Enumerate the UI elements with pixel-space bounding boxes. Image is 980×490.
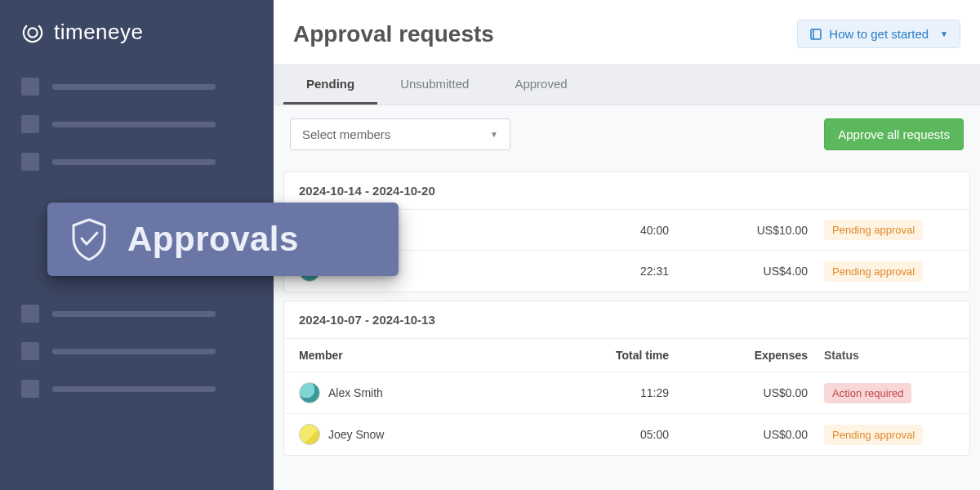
- group-date-range: 2024-10-07 - 2024-10-13: [284, 301, 969, 339]
- table-row[interactable]: Alex Smith 11:29 US$0.00 Action required: [284, 372, 969, 414]
- brand-logo: timeneye: [21, 20, 252, 45]
- tab-pending[interactable]: Pending: [283, 65, 377, 105]
- status-badge: Pending approval: [824, 261, 923, 282]
- approve-all-button[interactable]: Approve all requests: [824, 118, 964, 150]
- help-label: How to get started: [829, 27, 929, 41]
- nav-item-placeholder[interactable]: [21, 153, 252, 171]
- col-status: Status: [824, 349, 955, 362]
- status-badge: Action required: [824, 383, 911, 403]
- main-header: Approval requests How to get started ▼: [274, 0, 980, 65]
- status-badge: Pending approval: [824, 220, 923, 240]
- nav-item-placeholder[interactable]: [21, 115, 252, 133]
- nav-item-placeholder[interactable]: [21, 342, 252, 360]
- select-members-label: Select members: [302, 127, 390, 141]
- table-header: Member Total time Expenses Status: [284, 339, 969, 372]
- nav-item-placeholder[interactable]: [21, 305, 252, 323]
- col-member: Member: [299, 349, 530, 362]
- tab-unsubmitted[interactable]: Unsubmitted: [377, 65, 492, 105]
- chevron-down-icon: ▼: [490, 130, 498, 139]
- col-total-time: Total time: [530, 349, 669, 362]
- svg-point-1: [28, 28, 37, 37]
- cell-expenses: US$0.00: [669, 428, 808, 441]
- avatar: [299, 382, 320, 403]
- cell-status: Action required: [824, 383, 955, 403]
- status-badge: Pending approval: [824, 425, 923, 445]
- approvals-feature-overlay: Approvals: [47, 203, 399, 276]
- cell-expenses: US$10.00: [669, 224, 808, 237]
- tabs: Pending Unsubmitted Approved: [274, 65, 980, 105]
- col-expenses: Expenses: [669, 349, 808, 362]
- approval-group: 2024-10-07 - 2024-10-13 Member Total tim…: [283, 301, 970, 456]
- filters-bar: Select members ▼ Approve all requests: [274, 105, 980, 163]
- chevron-down-icon: ▼: [940, 29, 948, 38]
- cell-total-time: 22:31: [530, 265, 669, 278]
- timeneye-logo-icon: [21, 21, 44, 44]
- cell-status: Pending approval: [824, 261, 955, 282]
- shield-check-icon: [69, 217, 109, 262]
- cell-status: Pending approval: [824, 220, 955, 240]
- book-icon: [809, 28, 822, 41]
- cell-expenses: US$0.00: [669, 386, 808, 399]
- svg-rect-2: [811, 29, 821, 39]
- cell-status: Pending approval: [824, 425, 955, 445]
- nav-item-placeholder[interactable]: [21, 380, 252, 398]
- cell-member: Alex Smith: [299, 382, 530, 403]
- member-name: Alex Smith: [328, 386, 383, 399]
- cell-member: Joey Snow: [299, 424, 530, 445]
- svg-point-0: [21, 21, 44, 44]
- cell-total-time: 40:00: [530, 224, 669, 237]
- cell-total-time: 05:00: [530, 428, 669, 441]
- how-to-get-started-button[interactable]: How to get started ▼: [797, 20, 960, 48]
- brand-name: timeneye: [54, 20, 144, 45]
- page-title: Approval requests: [293, 21, 494, 47]
- cell-total-time: 11:29: [530, 386, 669, 399]
- overlay-title: Approvals: [127, 220, 299, 259]
- cell-expenses: US$4.00: [669, 265, 808, 278]
- nav-item-placeholder[interactable]: [21, 78, 252, 96]
- tab-approved[interactable]: Approved: [492, 65, 590, 105]
- member-name: Joey Snow: [328, 428, 384, 441]
- avatar: [299, 424, 320, 445]
- select-members-dropdown[interactable]: Select members ▼: [290, 118, 510, 150]
- table-row[interactable]: Joey Snow 05:00 US$0.00 Pending approval: [284, 414, 969, 455]
